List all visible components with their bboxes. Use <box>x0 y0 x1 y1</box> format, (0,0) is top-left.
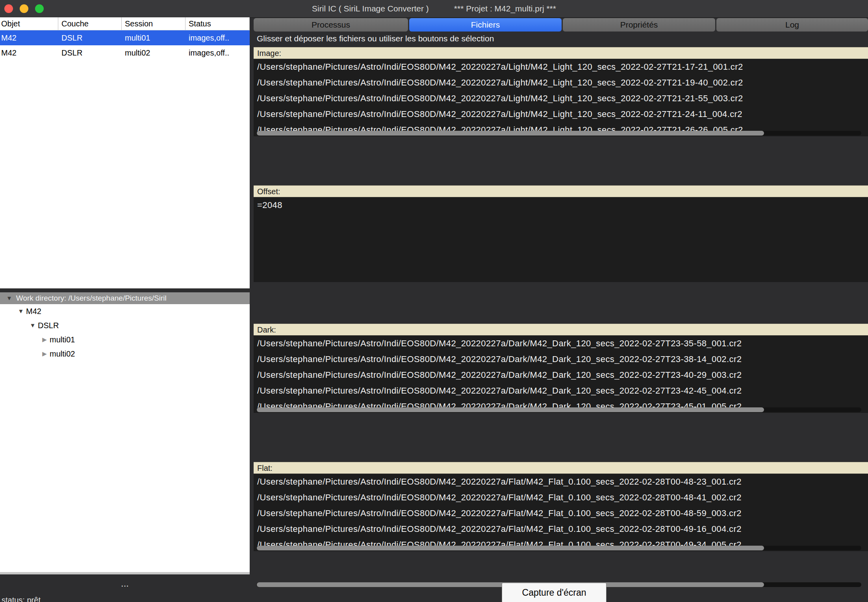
sessions-table: Objet Couche Session Status M42 DSLR mul… <box>0 17 250 288</box>
window-title-bar: Siril IC ( SiriL Image Converter ) *** P… <box>0 0 868 18</box>
minimize-button[interactable] <box>20 4 28 13</box>
workspace-tree: ▼ M42 ▼ DSLR ▶ multi01 ▶ multi02 <box>0 304 250 572</box>
drag-drop-hint: Glisser et déposer les fichiers ou utili… <box>257 34 863 45</box>
flat-file-list: /Users/stephane/Pictures/Astro/Indi/EOS8… <box>254 474 868 551</box>
column-header-objet[interactable]: Objet <box>0 17 58 30</box>
table-row[interactable]: M42 DSLR multi01 images,off.. <box>0 30 250 45</box>
section-header-image: Image: <box>254 47 868 59</box>
file-path-row[interactable]: /Users/stephane/Pictures/Astro/Indi/EOS8… <box>254 367 868 383</box>
cell-status: images,off.. <box>185 45 250 60</box>
file-path-row[interactable]: /Users/stephane/Pictures/Astro/Indi/EOS8… <box>254 106 868 122</box>
zoom-button[interactable] <box>35 4 44 13</box>
file-path-row[interactable]: /Users/stephane/Pictures/Astro/Indi/EOS8… <box>254 474 868 490</box>
image-list-horizontal-scrollbar[interactable] <box>256 131 861 136</box>
scrollbar-thumb[interactable] <box>257 546 764 550</box>
expanded-triangle-icon[interactable]: ▼ <box>28 318 38 333</box>
dark-file-list: /Users/stephane/Pictures/Astro/Indi/EOS8… <box>254 336 868 413</box>
file-path-row[interactable]: /Users/stephane/Pictures/Astro/Indi/EOS8… <box>254 336 868 351</box>
scrollbar-thumb[interactable] <box>257 131 764 136</box>
column-header-couche[interactable]: Couche <box>58 17 122 30</box>
tab-fichiers[interactable]: Fichiers <box>409 18 562 32</box>
sessions-table-header: Objet Couche Session Status <box>0 17 250 30</box>
tree-node-multi01[interactable]: ▶ multi01 <box>0 333 250 347</box>
capture-screen-button[interactable]: Capture d'écran <box>502 583 606 602</box>
section-header-flat: Flat: <box>254 462 868 474</box>
tree-node-label: multi01 <box>50 333 75 347</box>
cell-couche: DSLR <box>58 45 122 60</box>
file-path-row[interactable]: /Users/stephane/Pictures/Astro/Indi/EOS8… <box>254 75 868 91</box>
tab-bar: Processus Fichiers Propriétés Log <box>254 18 868 32</box>
close-button[interactable] <box>4 4 13 13</box>
tree-node-m42[interactable]: ▼ M42 <box>0 304 250 318</box>
file-path-row[interactable]: /Users/stephane/Pictures/Astro/Indi/EOS8… <box>254 59 868 75</box>
work-directory-label: Work directory: /Users/stephane/Pictures… <box>16 292 167 304</box>
offset-value-row[interactable]: =2048 <box>254 197 868 213</box>
disclosure-triangle-icon: ▼ <box>6 292 12 304</box>
more-button[interactable]: ... <box>0 579 250 591</box>
file-path-row[interactable]: /Users/stephane/Pictures/Astro/Indi/EOS8… <box>254 91 868 106</box>
tab-log[interactable]: Log <box>716 18 868 32</box>
tree-node-multi02[interactable]: ▶ multi02 <box>0 347 250 361</box>
column-header-session[interactable]: Session <box>122 17 185 30</box>
dark-list-horizontal-scrollbar[interactable] <box>256 407 861 412</box>
cell-status: images,off.. <box>185 30 250 45</box>
tree-node-label: multi02 <box>50 347 75 361</box>
scrollbar-thumb[interactable] <box>257 407 764 412</box>
tree-node-dslr[interactable]: ▼ DSLR <box>0 318 250 333</box>
tree-node-label: M42 <box>26 304 41 318</box>
table-row[interactable]: M42 DSLR multi02 images,off.. <box>0 45 250 60</box>
work-directory-header[interactable]: ▼ Work directory: /Users/stephane/Pictur… <box>0 292 250 304</box>
cell-couche: DSLR <box>58 30 122 45</box>
window-title: Siril IC ( SiriL Image Converter ) <box>312 4 429 13</box>
file-path-row[interactable]: /Users/stephane/Pictures/Astro/Indi/EOS8… <box>254 383 868 399</box>
offset-list: =2048 <box>254 197 868 282</box>
column-header-status[interactable]: Status <box>185 17 250 30</box>
image-file-list: /Users/stephane/Pictures/Astro/Indi/EOS8… <box>254 59 868 136</box>
section-header-dark: Dark: <box>254 323 868 336</box>
tab-processus[interactable]: Processus <box>254 18 408 32</box>
cell-objet: M42 <box>0 45 58 60</box>
status-text: status: prêt <box>2 595 41 602</box>
cell-objet: M42 <box>0 30 58 45</box>
section-header-offset: Offset: <box>254 185 868 197</box>
file-path-row[interactable]: /Users/stephane/Pictures/Astro/Indi/EOS8… <box>254 505 868 521</box>
file-path-row[interactable]: /Users/stephane/Pictures/Astro/Indi/EOS8… <box>254 490 868 505</box>
collapsed-triangle-icon[interactable]: ▶ <box>39 347 50 361</box>
expanded-triangle-icon[interactable]: ▼ <box>16 304 26 318</box>
cell-session: multi01 <box>122 30 185 45</box>
flat-list-horizontal-scrollbar[interactable] <box>256 546 861 550</box>
cell-session: multi02 <box>122 45 185 60</box>
tree-node-label: DSLR <box>38 318 59 333</box>
tree-horizontal-scrollbar[interactable] <box>0 572 250 574</box>
file-path-row[interactable]: /Users/stephane/Pictures/Astro/Indi/EOS8… <box>254 521 868 537</box>
tab-proprietes[interactable]: Propriétés <box>563 18 715 32</box>
collapsed-triangle-icon[interactable]: ▶ <box>39 333 50 347</box>
file-path-row[interactable]: /Users/stephane/Pictures/Astro/Indi/EOS8… <box>254 351 868 367</box>
project-title: *** Projet : M42_multi.prj *** <box>454 4 556 13</box>
